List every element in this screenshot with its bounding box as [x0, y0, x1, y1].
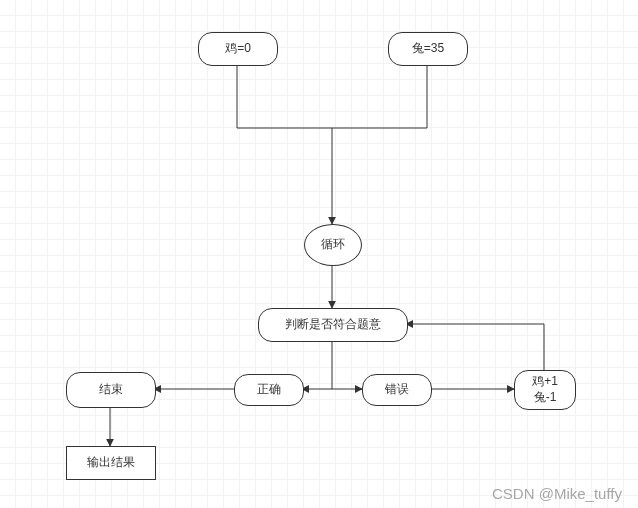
node-label: 判断是否符合题意 [285, 317, 381, 333]
node-label: 错误 [385, 382, 409, 398]
node-label: 鸡=0 [225, 41, 251, 57]
node-judge: 判断是否符合题意 [258, 308, 408, 342]
node-output: 输出结果 [66, 446, 156, 480]
flowchart-canvas: 鸡=0 兔=35 循环 判断是否符合题意 正确 错误 鸡+1 兔-1 结束 输出… [0, 0, 638, 508]
node-label: 鸡+1 兔-1 [532, 374, 558, 405]
node-correct: 正确 [234, 374, 304, 406]
node-label: 正确 [257, 382, 281, 398]
node-label: 循环 [321, 237, 345, 253]
node-label: 兔=35 [412, 41, 444, 57]
node-end: 结束 [66, 372, 156, 408]
node-label: 输出结果 [87, 455, 135, 471]
node-wrong: 错误 [362, 374, 432, 406]
watermark: CSDN @Mike_tuffy [492, 485, 622, 502]
node-init-chicken: 鸡=0 [198, 32, 278, 66]
node-loop: 循环 [304, 224, 362, 266]
node-adjust: 鸡+1 兔-1 [514, 370, 576, 410]
node-init-rabbit: 兔=35 [388, 32, 468, 66]
node-label: 结束 [99, 382, 123, 398]
